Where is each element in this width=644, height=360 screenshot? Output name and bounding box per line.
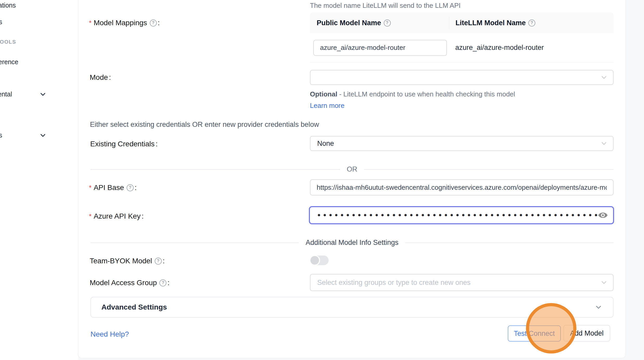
mode-helper-text: Optional - LiteLLM endpoint to use when … bbox=[310, 88, 528, 111]
additional-info-divider: Additional Model Info Settings bbox=[90, 239, 614, 247]
question-circle-icon[interactable]: ? bbox=[159, 279, 166, 286]
table-header-row: Public Model Name ? LiteLLM Model Name ? bbox=[310, 12, 614, 33]
model-mappings-table: Public Model Name ? LiteLLM Model Name ?… bbox=[310, 12, 614, 62]
need-help-link[interactable]: Need Help? bbox=[90, 330, 129, 338]
model-access-group-select[interactable]: Select existing groups or type to create… bbox=[310, 274, 614, 291]
model-access-group-label: Model Access Group ? : bbox=[90, 279, 170, 287]
azure-api-key-input[interactable]: ••••••••••••••••••••••••••••••••••••••••… bbox=[309, 206, 614, 224]
team-byok-label: Team-BYOK Model ? : bbox=[90, 257, 165, 265]
chevron-down-icon bbox=[594, 303, 603, 311]
existing-credentials-label: Existing Credentials: bbox=[90, 140, 158, 148]
question-circle-icon[interactable]: ? bbox=[384, 19, 391, 27]
litellm-model-name-value: azure_ai/azure-model-router bbox=[449, 44, 614, 52]
advanced-settings-panel[interactable]: Advanced Settings bbox=[90, 297, 614, 318]
required-asterisk: * bbox=[89, 19, 92, 27]
model-name-hint: The model name LiteLLM will send to the … bbox=[310, 2, 461, 10]
public-model-name-input[interactable] bbox=[313, 40, 447, 56]
question-circle-icon[interactable]: ? bbox=[127, 184, 134, 191]
api-base-label: * API Base ? : bbox=[89, 184, 137, 192]
eye-icon[interactable] bbox=[598, 210, 608, 220]
question-circle-icon[interactable]: ? bbox=[155, 258, 162, 265]
question-circle-icon[interactable]: ? bbox=[150, 19, 157, 27]
add-model-button[interactable]: Add Model bbox=[563, 325, 610, 342]
column-header-litellm-model-name: LiteLLM Model Name ? bbox=[449, 17, 614, 29]
api-base-input[interactable] bbox=[310, 179, 614, 195]
mode-label: Mode: bbox=[90, 73, 111, 82]
existing-credentials-select[interactable]: None bbox=[310, 136, 614, 151]
toggle-knob bbox=[309, 255, 320, 266]
team-byok-toggle[interactable] bbox=[310, 256, 329, 265]
model-mappings-label: * Model Mappings ? : bbox=[89, 19, 160, 27]
column-header-public-model-name: Public Model Name ? bbox=[310, 19, 449, 27]
chevron-down-icon bbox=[600, 140, 608, 147]
form-layer: The model name LiteLLM will send to the … bbox=[0, 0, 644, 360]
question-circle-icon[interactable]: ? bbox=[528, 19, 535, 27]
required-asterisk: * bbox=[89, 184, 92, 192]
table-row: azure_ai/azure-model-router bbox=[310, 33, 614, 62]
chevron-down-icon bbox=[600, 74, 608, 81]
azure-api-key-label: * Azure API Key : bbox=[89, 212, 144, 220]
masked-password-value[interactable]: ••••••••••••••••••••••••••••••••••••••••… bbox=[317, 211, 598, 220]
required-asterisk: * bbox=[89, 212, 92, 220]
or-divider: OR bbox=[90, 165, 614, 173]
chevron-down-icon bbox=[600, 279, 608, 286]
mode-select[interactable] bbox=[310, 70, 614, 85]
test-connect-button[interactable]: Test Connect bbox=[508, 325, 561, 342]
credentials-note: Either select existing credentials OR en… bbox=[90, 121, 319, 129]
learn-more-link[interactable]: Learn more bbox=[310, 102, 344, 109]
